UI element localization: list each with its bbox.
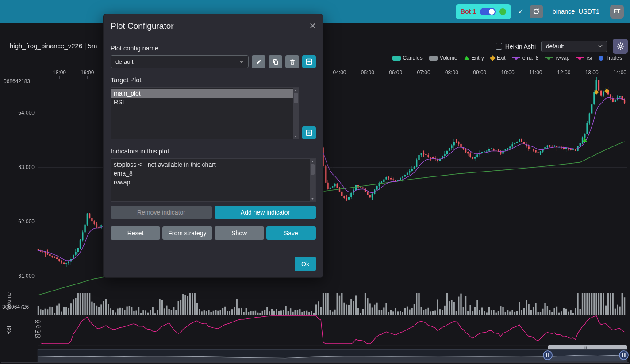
scrollbar-thumb[interactable] [311, 164, 315, 175]
plot-configurator-modal: Plot Configurator × Plot config name def… [103, 14, 323, 278]
legend-label: Candles [403, 55, 423, 61]
ok-button[interactable]: Ok [295, 257, 316, 271]
ema_8-legend-marker-icon [512, 57, 520, 58]
legend-item-ema_8[interactable]: ema_8 [512, 55, 539, 61]
heikin-ashi-label: Heikin Ashi [505, 43, 536, 50]
toggle-knob [489, 9, 495, 15]
legend-label: rsi [586, 55, 592, 61]
add-plot-button[interactable] [302, 126, 316, 139]
legend-label: ema_8 [522, 55, 539, 61]
legend-label: Exit [497, 55, 506, 61]
entry-legend-marker-icon [464, 56, 469, 60]
datazoom-navigator[interactable] [38, 349, 627, 362]
legend-item-Candles[interactable]: Candles [392, 55, 423, 61]
legend-item-rvwap[interactable]: rvwap [545, 55, 569, 61]
ft-avatar[interactable]: FT [610, 5, 624, 19]
config-name-row: default [111, 55, 316, 68]
datazoom-right-handle[interactable] [619, 350, 629, 360]
bot-selector-chip[interactable]: Bot 1 [456, 4, 511, 19]
refresh-button[interactable] [530, 5, 543, 18]
scroll-down-icon[interactable]: ▼ [294, 134, 297, 138]
indicator-buttons-row: Remove indicator Add new indicator [111, 206, 316, 219]
indicator-option[interactable]: stoploss <-- not available in this chart [111, 160, 310, 169]
add-config-button[interactable] [302, 55, 316, 68]
refresh-icon [533, 8, 540, 15]
listbox-scrollbar[interactable]: ▲ ▼ [293, 88, 299, 139]
target-plot-option[interactable]: main_plot [111, 89, 293, 98]
datazoom-left-handle[interactable] [543, 350, 553, 360]
trades-legend-marker-icon [599, 56, 603, 61]
legend-item-Exit[interactable]: Exit [491, 55, 506, 61]
gear-icon [617, 42, 624, 50]
chevron-down-icon [239, 60, 244, 63]
heikin-ashi-checkbox[interactable] [496, 43, 502, 50]
scrollbar-thumb[interactable] [294, 93, 298, 103]
reset-button[interactable]: Reset [111, 226, 160, 240]
legend-item-Entry[interactable]: Entry [464, 55, 484, 61]
legend-label: rvwap [555, 55, 569, 61]
legend-item-rsi[interactable]: rsi [576, 55, 592, 61]
plus-square-icon [306, 58, 312, 65]
volume-legend-marker-icon [429, 56, 438, 61]
legend-label: Trades [606, 55, 622, 61]
config-name-select[interactable]: default [111, 55, 249, 68]
show-button[interactable]: Show [215, 226, 264, 240]
bot-toggle[interactable] [480, 8, 496, 15]
indicators-listbox[interactable]: stoploss <-- not available in this chart… [111, 158, 316, 202]
indicator-option[interactable]: rvwap [111, 178, 310, 187]
add-indicator-button[interactable]: Add new indicator [215, 206, 316, 219]
pencil-icon [256, 59, 262, 65]
indicators-label: Indicators in this plot [111, 148, 316, 155]
target-plot-label: Target Plot [111, 77, 316, 84]
target-plot-listbox[interactable]: main_plotRSI ▲ ▼ [111, 87, 299, 139]
legend-item-Volume[interactable]: Volume [429, 55, 457, 61]
target-plot-option[interactable]: RSI [111, 98, 293, 107]
bot-name-label: Bot 1 [461, 8, 476, 15]
from-strategy-button[interactable]: From strategy [162, 226, 212, 240]
legend-label: Volume [440, 55, 457, 61]
remove-indicator-button[interactable]: Remove indicator [111, 206, 212, 219]
copy-config-button[interactable] [269, 55, 282, 68]
config-name-label: Plot config name [111, 45, 316, 52]
plot-config-gear-button[interactable] [613, 39, 628, 54]
indicator-option[interactable]: ema_8 [111, 169, 310, 178]
legend-label: Entry [472, 55, 484, 61]
bot-instance-name: binance_USDT1 [553, 8, 599, 15]
target-plot-row: main_plotRSI ▲ ▼ [111, 87, 316, 139]
listbox-scrollbar[interactable]: ▲ ▼ [310, 159, 315, 201]
scroll-up-icon[interactable]: ▲ [311, 159, 314, 163]
save-button[interactable]: Save [266, 226, 316, 240]
legend-item-Trades[interactable]: Trades [599, 55, 622, 61]
exit-legend-marker-icon [490, 55, 496, 61]
app-root: Bot 1 ✓ binance_USDT1 FT high_frog_binan… [0, 0, 630, 364]
modal-close-button[interactable]: × [309, 20, 316, 31]
delete-config-button[interactable] [285, 55, 299, 68]
candles-legend-marker-icon [392, 56, 401, 61]
chevron-down-icon [598, 45, 603, 48]
config-name-select-value: default [115, 58, 134, 65]
modal-footer: Ok [104, 250, 323, 277]
scroll-up-icon[interactable]: ▲ [294, 88, 297, 92]
copy-icon [273, 59, 279, 65]
modal-body: Plot config name default [104, 38, 323, 250]
modal-header: Plot Configurator × [104, 14, 323, 38]
chart-toolbar: Heikin Ashi default [496, 39, 628, 54]
config-actions-row: Reset From strategy Show Save [111, 226, 316, 240]
rsi-legend-marker-icon [576, 57, 584, 58]
modal-title: Plot Configurator [111, 21, 174, 31]
plus-square-icon [306, 130, 312, 136]
plot-config-select[interactable]: default [541, 41, 607, 52]
edit-config-button[interactable] [252, 55, 265, 68]
rvwap-legend-marker-icon [545, 57, 553, 58]
scroll-down-icon[interactable]: ▼ [311, 197, 314, 201]
bot-online-indicator [499, 8, 506, 15]
trash-icon [289, 59, 296, 65]
plot-config-select-value: default [546, 43, 564, 50]
check-icon: ✓ [518, 8, 524, 15]
chart-legend: CandlesVolumeEntryExitema_8rvwaprsiTrade… [392, 55, 622, 61]
